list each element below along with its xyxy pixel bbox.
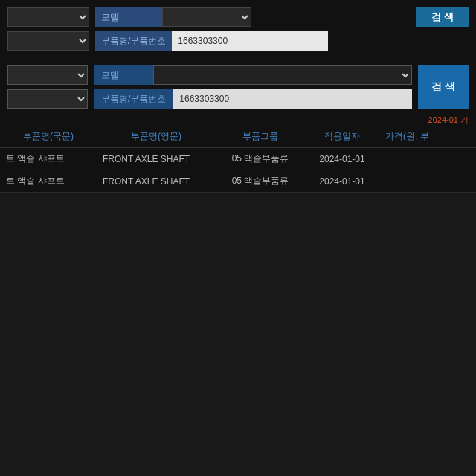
date-header: 2024-01 기 — [428, 115, 469, 126]
model-label: 모델 — [95, 7, 162, 27]
col-header-english: 부품명(영문) — [97, 126, 216, 148]
part-label: 부품명/부품번호 — [95, 31, 172, 51]
table-cell-2: 05 액슬부품류 — [216, 148, 305, 170]
col-header-price: 가격(원, 부 — [379, 126, 476, 148]
table-cell-3: 2024-01-01 — [305, 170, 379, 193]
search-button[interactable]: 검 색 — [416, 7, 469, 27]
dropdown-1[interactable] — [7, 65, 88, 85]
table-cell-4 — [379, 170, 476, 193]
table-cell-0: 트 액슬 샤프트 — [0, 170, 97, 193]
table-cell-3: 2024-01-01 — [305, 148, 379, 170]
table-cell-0: 트 액슬 샤프트 — [0, 148, 97, 170]
part-field: 부품명/부품번호 — [95, 31, 328, 51]
search-button[interactable]: 검 색 — [418, 65, 469, 109]
table-row[interactable]: 트 액슬 샤프트FRONT AXLE SHAFT05 액슬부품류2024-01-… — [0, 170, 476, 193]
category-select-1[interactable] — [7, 7, 89, 27]
top-form: 모델 검 색 부품명/부품번호 — [0, 0, 476, 60]
controls-area: 모델 부품명/부품번호 검 색 — [0, 60, 476, 113]
results-table: 부품명(국문) 부품명(영문) 부품그룹 적용일자 가격(원, 부 트 액슬 샤… — [0, 126, 476, 193]
table-cell-1: FRONT AXLE SHAFT — [97, 148, 216, 170]
table-cell-2: 05 액슬부품류 — [216, 170, 305, 193]
form-row-2: 부품명/부품번호 — [7, 31, 469, 51]
form-row-1: 모델 검 색 — [7, 7, 469, 27]
part-row: 부품명/부품번호 — [94, 89, 412, 109]
part-number-input[interactable] — [173, 89, 412, 109]
model-select[interactable] — [162, 7, 251, 27]
col-header-group: 부품그룹 — [216, 126, 305, 148]
part-input[interactable] — [172, 31, 328, 51]
col-header-date: 적용일자 — [305, 126, 379, 148]
category-select-2[interactable] — [7, 31, 89, 51]
table-body: 트 액슬 샤프트FRONT AXLE SHAFT05 액슬부품류2024-01-… — [0, 148, 476, 193]
left-selects — [7, 65, 88, 109]
table-header: 부품명(국문) 부품명(영문) 부품그룹 적용일자 가격(원, 부 — [0, 126, 476, 148]
model-row: 모델 — [94, 65, 412, 85]
model-select[interactable] — [153, 65, 412, 85]
dropdown-2[interactable] — [7, 89, 88, 109]
col-header-korean: 부품명(국문) — [0, 126, 97, 148]
results-table-container: 부품명(국문) 부품명(영문) 부품그룹 적용일자 가격(원, 부 트 액슬 샤… — [0, 126, 476, 193]
part-label-box: 부품명/부품번호 — [94, 89, 173, 109]
table-cell-1: FRONT AXLE SHAFT — [97, 170, 216, 193]
table-cell-4 — [379, 148, 476, 170]
model-field: 모델 — [95, 7, 251, 27]
middle-fields: 모델 부품명/부품번호 — [94, 65, 412, 109]
table-row[interactable]: 트 액슬 샤프트FRONT AXLE SHAFT05 액슬부품류2024-01-… — [0, 148, 476, 170]
date-header-row: 2024-01 기 — [0, 113, 476, 126]
model-label-box: 모델 — [94, 65, 153, 85]
